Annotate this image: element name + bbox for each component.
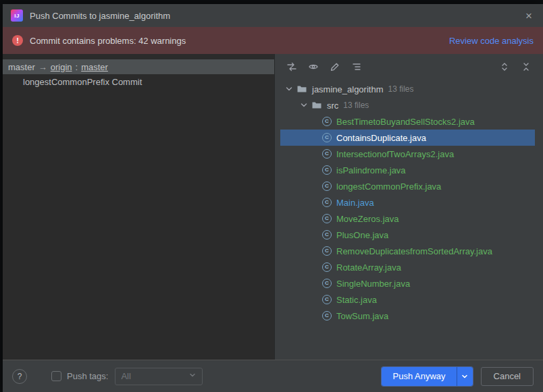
dialog-title: Push Commits to jasmine_algorithm	[30, 11, 170, 21]
tree-file-row[interactable]: CRemoveDuplicatesfromSortedArray.java	[280, 243, 535, 259]
tree-file-row[interactable]: CContainsDuplicate.java	[280, 130, 535, 146]
file-name: longestCommonPrefix.java	[336, 181, 441, 192]
tree-file-row[interactable]: CTowSum.java	[280, 308, 535, 324]
tree-file-row[interactable]: CBestTimetoBuyandSellStocks2.java	[280, 113, 535, 130]
push-tags-checkbox[interactable]	[51, 371, 61, 381]
folder-name: src	[327, 101, 338, 111]
folder-icon	[311, 100, 322, 111]
class-icon: C	[322, 133, 332, 142]
remote-link[interactable]: origin	[51, 62, 72, 72]
eye-icon[interactable]	[305, 59, 322, 75]
collapse-all-icon[interactable]	[517, 59, 535, 75]
push-anyway-button[interactable]: Push Anyway	[382, 367, 456, 386]
help-button[interactable]: ?	[12, 369, 27, 384]
push-anyway-split-button: Push Anyway	[382, 367, 472, 386]
expand-all-icon[interactable]	[496, 59, 513, 75]
tags-combobox-value: All	[121, 371, 130, 381]
intellij-logo-icon: IJ	[11, 9, 23, 22]
file-name: Main.java	[336, 198, 374, 208]
class-icon: C	[322, 311, 332, 320]
tree-file-row[interactable]: CRotateArray.java	[280, 259, 535, 275]
file-name: TowSum.java	[336, 311, 388, 321]
class-icon: C	[322, 117, 332, 126]
dialog-footer: ? Push tags: All Push Anyway Cancel	[3, 360, 543, 392]
tree-file-row[interactable]: CMain.java	[280, 194, 535, 211]
local-branch-label: master	[8, 62, 35, 72]
class-icon: C	[322, 246, 332, 256]
remote-branch-link[interactable]: master	[81, 62, 108, 72]
file-name: PlusOne.java	[336, 230, 388, 240]
dialog-titlebar: IJ Push Commits to jasmine_algorithm ×	[3, 4, 543, 27]
tree-file-row[interactable]: ClongestCommonPrefix.java	[280, 178, 535, 194]
folder-file-count: 13 files	[343, 101, 369, 110]
file-name: SingleNumber.java	[336, 279, 410, 289]
file-name: Static.java	[336, 295, 377, 305]
cancel-button[interactable]: Cancel	[481, 367, 534, 386]
warning-text: Commit contains problems: 42 warnings	[30, 36, 186, 46]
folder-name: jasmine_algorithm	[312, 84, 384, 94]
branch-colon: :	[76, 62, 78, 72]
error-icon: !	[12, 35, 23, 46]
review-code-analysis-link[interactable]: Review code analysis	[449, 36, 534, 46]
commit-message-row[interactable]: longestCommonPrefix Commit	[3, 74, 274, 89]
class-icon: C	[322, 214, 332, 223]
folder-icon	[296, 84, 307, 94]
tree-file-row[interactable]: CIntersectionofTwoArrays2.java	[280, 146, 535, 162]
file-name: RemoveDuplicatesfromSortedArray.java	[336, 246, 492, 256]
class-icon: C	[322, 181, 332, 191]
tree-file-row[interactable]: CisPalindrome.java	[280, 162, 535, 178]
tree-root-folder-row[interactable]: jasmine_algorithm 13 files	[275, 81, 543, 97]
main-area: master → origin : master longestCommonPr…	[3, 54, 543, 360]
chevron-down-icon[interactable]	[299, 101, 309, 110]
file-name: IntersectionofTwoArrays2.java	[336, 149, 454, 159]
file-name: ContainsDuplicate.java	[336, 133, 426, 143]
pencil-icon[interactable]	[326, 59, 344, 75]
class-icon: C	[322, 279, 332, 288]
class-icon: C	[322, 230, 332, 240]
class-icon: C	[322, 198, 332, 207]
tree-src-folder-row[interactable]: src 13 files	[275, 97, 543, 113]
file-name: MoveZeros.java	[336, 214, 398, 224]
files-toolbar	[275, 54, 543, 80]
chevron-down-icon[interactable]	[284, 84, 294, 94]
class-icon: C	[322, 165, 332, 175]
class-icon: C	[322, 295, 332, 304]
arrow-icon: →	[38, 62, 47, 72]
file-tree: jasmine_algorithm 13 files src 13 files …	[275, 80, 543, 360]
file-name: isPalindrome.java	[336, 165, 406, 175]
file-name: BestTimetoBuyandSellStocks2.java	[336, 117, 475, 127]
tree-file-row[interactable]: CSingleNumber.java	[280, 275, 535, 291]
warning-banner: ! Commit contains problems: 42 warnings …	[3, 27, 543, 54]
file-tree-files: CBestTimetoBuyandSellStocks2.javaCContai…	[275, 113, 543, 324]
class-icon: C	[322, 262, 332, 272]
tree-file-row[interactable]: CStatic.java	[280, 291, 535, 308]
tree-file-row[interactable]: CPlusOne.java	[280, 227, 535, 243]
push-tags-label: Push tags:	[67, 371, 108, 381]
files-panel: jasmine_algorithm 13 files src 13 files …	[275, 54, 543, 360]
push-options-chevron-icon[interactable]	[457, 367, 473, 386]
folder-file-count: 13 files	[388, 84, 414, 94]
grouping-icon[interactable]	[348, 59, 365, 75]
swap-arrows-icon[interactable]	[283, 59, 301, 75]
file-name: RotateArray.java	[336, 262, 401, 273]
tags-combobox[interactable]: All	[115, 368, 203, 385]
class-icon: C	[322, 149, 332, 159]
tree-file-row[interactable]: CMoveZeros.java	[280, 211, 535, 227]
close-icon[interactable]: ×	[523, 9, 535, 23]
branch-row[interactable]: master → origin : master	[3, 59, 274, 74]
chevron-down-icon	[188, 371, 197, 381]
push-commits-dialog: IJ Push Commits to jasmine_algorithm × !…	[3, 4, 543, 392]
commits-panel: master → origin : master longestCommonPr…	[3, 54, 275, 360]
